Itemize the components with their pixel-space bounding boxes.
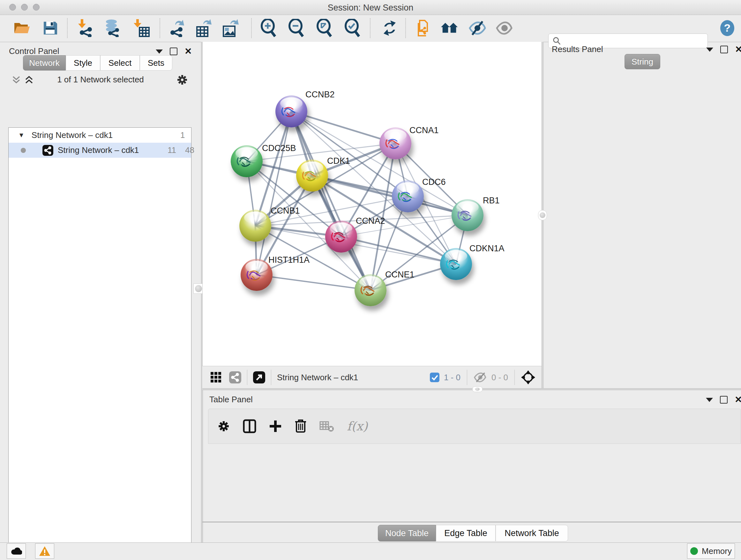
table-panel-close-icon[interactable]: ✕ <box>735 396 741 403</box>
toolbar-separator <box>159 18 160 38</box>
cloud-status-button[interactable] <box>7 543 26 559</box>
zoom-selected-icon[interactable] <box>343 19 361 37</box>
results-panel-menu-icon[interactable] <box>706 48 713 52</box>
string-view-icon[interactable] <box>229 371 241 383</box>
refresh-icon[interactable] <box>381 19 399 37</box>
network-node-ccna1[interactable] <box>380 127 411 159</box>
memory-status-dot <box>690 547 698 555</box>
tab-edge-table[interactable]: Edge Table <box>436 525 495 542</box>
export-network-icon[interactable] <box>167 19 186 37</box>
node-label-hist1h1a: HIST1H1A <box>268 255 310 265</box>
table-settings-gear-icon[interactable] <box>217 420 230 433</box>
help-icon[interactable]: ? <box>718 19 737 37</box>
network-selection-bar: 1 of 1 Network selected <box>0 74 201 86</box>
collection-count: 1 <box>180 130 185 140</box>
delete-column-icon[interactable] <box>294 419 307 433</box>
copy-style-icon[interactable] <box>414 19 432 37</box>
home-networks-icon[interactable] <box>441 19 459 37</box>
birdseye-navigator-icon[interactable] <box>521 370 535 384</box>
node-label-rb1: RB1 <box>483 196 500 206</box>
node-label-ccna2: CCNA2 <box>356 216 385 226</box>
tab-style[interactable]: Style <box>66 55 100 71</box>
node-label-cdc25b: CDC25B <box>262 143 296 153</box>
tab-network-table[interactable]: Network Table <box>495 525 568 542</box>
open-session-icon[interactable] <box>13 19 31 37</box>
network-view-title: String Network – cdk1 <box>277 373 358 382</box>
export-table-icon[interactable] <box>195 19 213 37</box>
grid-view-icon[interactable] <box>210 371 222 383</box>
results-panel: Results Panel ✕ String Expand All Collap… <box>543 42 741 388</box>
export-image-icon[interactable] <box>221 19 240 37</box>
import-network-file-icon[interactable] <box>76 19 94 37</box>
table-toolbar: f(x) <box>208 409 741 444</box>
zoom-out-icon[interactable] <box>287 19 306 37</box>
tab-select[interactable]: Select <box>100 55 140 71</box>
selected-checkbox-icon[interactable] <box>430 373 440 382</box>
network-view-toolbar: String Network – cdk1 1 - 0 0 - 0 <box>202 366 542 388</box>
show-all-icon[interactable] <box>495 19 514 37</box>
zoom-in-icon[interactable] <box>259 19 278 37</box>
network-node-ccne1[interactable] <box>354 274 387 306</box>
network-node-cdc25b[interactable] <box>231 145 263 177</box>
control-panel: Control Panel ✕ Network Style Select Set… <box>0 42 201 543</box>
network-options-gear-icon[interactable] <box>176 74 188 86</box>
status-bar: Memory <box>0 543 741 560</box>
results-panel-float-icon[interactable] <box>720 46 728 53</box>
import-table-file-icon[interactable] <box>132 19 151 37</box>
show-columns-icon[interactable] <box>243 419 256 433</box>
network-node-hist1h1a[interactable] <box>241 259 273 291</box>
tab-network[interactable]: Network <box>23 55 66 71</box>
network-node-count: 11 <box>167 145 176 155</box>
selected-node-edge-counts: 1 - 0 <box>444 373 461 382</box>
toolbar-separator <box>405 18 406 38</box>
network-tree: ▼ String Network – cdk1 1 String Network… <box>8 127 192 560</box>
table-panel-title: Table Panel <box>209 395 253 405</box>
tab-sets[interactable]: Sets <box>140 55 172 71</box>
network-node-cdkn1a[interactable] <box>440 248 472 280</box>
network-collection-row[interactable]: ▼ String Network – cdk1 1 <box>9 128 191 143</box>
network-node-ccnb1[interactable] <box>239 210 271 242</box>
control-panel-close-icon[interactable]: ✕ <box>185 48 192 55</box>
collection-expander-icon[interactable]: ▼ <box>18 132 24 139</box>
zoom-fit-icon[interactable] <box>315 19 333 37</box>
hidden-node-edge-counts: 0 - 0 <box>491 373 508 382</box>
memory-label: Memory <box>702 546 732 556</box>
network-node-cdc6[interactable] <box>392 180 424 212</box>
network-canvas[interactable]: CCNB2 CCNA1 CDC25B CDK1 CDC6 RB1CCNB1 CC… <box>202 42 542 366</box>
network-label: String Network – cdk1 <box>58 145 139 155</box>
control-panel-menu-icon[interactable] <box>156 50 163 54</box>
toolbar-separator <box>251 18 252 38</box>
table-panel-float-icon[interactable] <box>720 396 728 403</box>
node-label-ccnb1: CCNB1 <box>271 206 300 216</box>
results-panel-title: Results Panel <box>552 44 603 54</box>
network-node-cdk1[interactable] <box>296 160 328 192</box>
control-panel-float-icon[interactable] <box>170 48 178 55</box>
window-titlebar: Session: New Session <box>0 0 741 15</box>
delete-table-icon[interactable] <box>320 421 334 432</box>
control-panel-tabs: Network Style Select Sets <box>23 55 172 71</box>
table-tabs: Node TableEdge TableNetwork Table <box>378 525 568 542</box>
open-in-window-icon[interactable] <box>253 371 265 383</box>
table-panel: Table Panel ✕ f(x) shared namenamecanoni… <box>202 390 741 543</box>
network-row[interactable]: String Network – cdk1 11 48 <box>9 143 191 158</box>
string-network-icon <box>43 145 53 156</box>
memory-button[interactable]: Memory <box>687 543 735 559</box>
network-edge-count: 48 <box>185 145 194 155</box>
results-panel-close-icon[interactable]: ✕ <box>735 46 741 53</box>
function-builder-icon[interactable]: f(x) <box>347 419 367 433</box>
network-node-rb1[interactable] <box>452 199 483 231</box>
hide-selected-icon[interactable] <box>468 19 487 37</box>
table-panel-menu-icon[interactable] <box>706 398 713 402</box>
tab-string[interactable]: String <box>624 54 660 69</box>
network-node-ccna2[interactable] <box>325 221 357 253</box>
warnings-button[interactable] <box>35 543 54 559</box>
tab-node-table[interactable]: Node Table <box>378 525 436 542</box>
network-node-ccnb2[interactable] <box>275 96 307 127</box>
node-label-cdc6: CDC6 <box>422 177 446 187</box>
window-title: Session: New Session <box>0 3 741 13</box>
import-network-database-icon[interactable] <box>103 19 121 37</box>
hidden-eye-icon <box>474 372 487 382</box>
node-label-cdk1: CDK1 <box>327 156 350 166</box>
add-column-icon[interactable] <box>269 420 282 433</box>
save-session-icon[interactable] <box>41 19 59 37</box>
